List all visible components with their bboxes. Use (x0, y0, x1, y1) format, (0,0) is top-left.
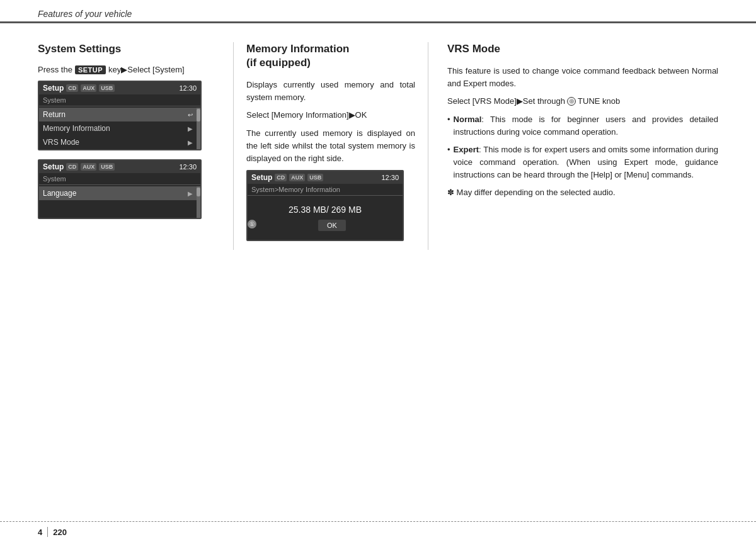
tune-knob-icon: ◎ (567, 97, 576, 106)
press-suffix: key▶Select [System] (108, 65, 185, 74)
screen1-item-vrs: VRS Mode ▶ (39, 135, 197, 149)
memory-para2: The currently used memory is displayed o… (246, 127, 415, 165)
col-system-settings: System Settings Press the SETUP key▶Sele… (38, 42, 233, 250)
screen2-time: 12:30 (179, 163, 197, 171)
page-header: Features of your vehicle (0, 0, 756, 23)
screen-mockup-2: Setup CD AUX USB 12:30 System Language ▶ (38, 159, 202, 219)
footer-num-right: 220 (53, 528, 67, 537)
screen2-scroll-thumb (197, 188, 200, 196)
screen2-language-label: Language (43, 189, 76, 198)
header-title: Features of your vehicle (38, 9, 132, 19)
screen1-title: Setup (43, 84, 64, 93)
col-vrs-mode: VRS Mode This feature is used to change … (428, 42, 718, 250)
screen1-menu-list: Return ↩ Memory Information ▶ VRS Mode ▶ (39, 108, 197, 149)
memory-heading-line2: (if equipped) (246, 57, 311, 69)
memory-screen-ok-row: ① OK (248, 220, 403, 240)
screen1-item-return: Return ↩ (39, 108, 197, 121)
screen1-topbar: Setup CD AUX USB 12:30 (39, 82, 200, 94)
screen1-divider (39, 106, 200, 106)
bullet-dot-expert: • (447, 144, 450, 181)
section-heading-system: System Settings (38, 42, 220, 56)
vrs-tune-label: TUNE knob (578, 95, 620, 108)
screen2-menu-list: Language ▶ (39, 186, 197, 218)
bullet-text-normal: Normal: This mode is for beginner users … (454, 113, 718, 138)
memory-screen-title: Setup (251, 173, 272, 182)
bullet-label-expert: Expert (454, 145, 479, 154)
bullet-dot-normal: • (447, 113, 450, 138)
screen1-scrollbar (197, 108, 200, 149)
screen2-subtitle: System (39, 173, 200, 183)
page-footer: 4 220 (0, 521, 756, 542)
main-content: System Settings Press the SETUP key▶Sele… (0, 23, 756, 263)
screen1-item-memory: Memory Information ▶ (39, 121, 197, 135)
screen1-time: 12:30 (179, 84, 197, 92)
memory-screen-ok: OK (318, 220, 346, 231)
memory-para1: Displays currently used memory and total… (246, 79, 415, 104)
screen2-language-arrow: ▶ (188, 190, 193, 197)
memory-heading-line1: Memory Information (246, 43, 349, 55)
vrs-select-instruction: Select [VRS Mode]▶Set through ◎ TUNE kno… (447, 95, 718, 108)
screen1-subtitle: System (39, 94, 200, 104)
memory-screen-topbar: Setup CD AUX USB 12:30 (248, 171, 403, 184)
press-prefix: Press the (38, 65, 72, 74)
memory-screen-subtitle: System>Memory Information (248, 184, 403, 194)
screen-mockup-1: Setup CD AUX USB 12:30 System Return ↩ M… (38, 81, 202, 150)
bullet-item-normal: • Normal: This mode is for beginner user… (447, 113, 718, 138)
screen1-scroll-thumb (197, 109, 200, 121)
screen1-badge-cd: CD (66, 84, 78, 92)
col-memory-information: Memory Information (if equipped) Display… (233, 42, 428, 250)
bullet-text-expert: Expert: This mode is for expert users an… (454, 144, 718, 181)
press-instruction: Press the SETUP key▶Select [System] (38, 65, 220, 74)
setup-badge: SETUP (75, 65, 106, 74)
memory-screen-divider (248, 195, 403, 196)
screen2-scrollbar (197, 186, 200, 218)
section-heading-memory: Memory Information (if equipped) (246, 42, 415, 70)
screen2-topbar-left: Setup CD AUX USB (43, 162, 115, 171)
memory-screen-circle: ① (248, 220, 256, 229)
memory-screen-time: 12:30 (381, 174, 399, 181)
screen2-menu-row: Language ▶ (39, 186, 200, 218)
screen2-badge-cd: CD (66, 163, 78, 171)
screen1-return-arrow: ↩ (188, 111, 193, 118)
bullet-content-expert: : This mode is for expert users and omit… (454, 145, 718, 179)
vrs-note: ✽ May differ depending on the selected a… (447, 186, 718, 199)
screen1-vrs-arrow: ▶ (188, 139, 193, 146)
memory-screen-badge-usb: USB (307, 174, 323, 181)
screen1-badge-usb: USB (99, 84, 115, 92)
screen1-vrs-label: VRS Mode (43, 138, 79, 147)
screen2-topbar: Setup CD AUX USB 12:30 (39, 161, 200, 173)
screen2-title: Setup (43, 162, 64, 171)
screen2-divider (39, 184, 200, 185)
screen1-memory-label: Memory Information (43, 124, 110, 133)
memory-screen-badge-cd: CD (275, 174, 287, 181)
memory-screen-value: 25.38 MB/ 269 MB (248, 197, 403, 220)
screen2-item-language: Language ▶ (39, 186, 197, 200)
screen1-return-label: Return (43, 110, 66, 119)
screen2-empty-space (39, 200, 197, 218)
vrs-select-text: Select [VRS Mode]▶Set through (447, 95, 565, 108)
footer-divider (47, 527, 48, 537)
bullet-content-normal: : This mode is for beginner users and pr… (454, 115, 718, 137)
vrs-note-text: ✽ May differ depending on the selected a… (447, 186, 616, 199)
memory-screen-topbar-left: Setup CD AUX USB (251, 173, 323, 182)
screen2-badge-aux: AUX (81, 163, 96, 171)
bullet-item-expert: • Expert: This mode is for expert users … (447, 144, 718, 181)
section-heading-vrs: VRS Mode (447, 42, 718, 56)
screen-mockup-memory: Setup CD AUX USB 12:30 System>Memory Inf… (246, 170, 404, 241)
bullet-label-normal: Normal (454, 115, 482, 124)
screen1-badge-aux: AUX (81, 84, 96, 92)
screen1-topbar-left: Setup CD AUX USB (43, 84, 115, 93)
screen1-menu-row: Return ↩ Memory Information ▶ VRS Mode ▶ (39, 108, 200, 149)
screen1-memory-arrow: ▶ (188, 125, 193, 132)
vrs-para1: This feature is used to change voice com… (447, 65, 718, 90)
screen2-badge-usb: USB (99, 163, 115, 171)
memory-screen-badge-aux: AUX (289, 174, 305, 181)
footer-num-left: 4 (38, 528, 42, 537)
memory-instruction: Select [Memory Information]▶OK (246, 109, 415, 121)
